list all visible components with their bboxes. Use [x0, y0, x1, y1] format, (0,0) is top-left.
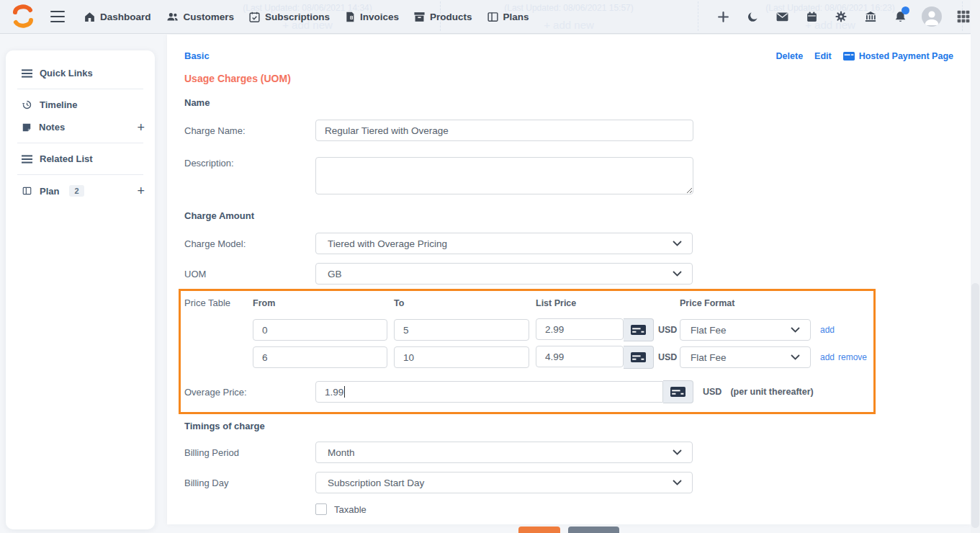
price-format-value: Flat Fee [691, 352, 727, 363]
chevron-down-icon [673, 241, 682, 246]
overage-price-value: 1.99 [325, 387, 343, 398]
nav-item-subscriptions[interactable]: Subscriptions [243, 6, 336, 27]
nav-label: Dashboard [100, 12, 151, 22]
sidebar-item-timeline[interactable]: Timeline [6, 94, 155, 116]
tab-basic[interactable]: Basic [184, 50, 210, 61]
payment-card-icon [843, 52, 855, 61]
scrollbar-thumb[interactable] [971, 283, 979, 528]
top-navigation-bar: (Last Updated: 08/06/2021 14:34) + add n… [0, 0, 980, 34]
description-textarea[interactable] [315, 157, 693, 194]
divider [17, 174, 143, 175]
nav-item-dashboard[interactable]: Dashboard [78, 6, 157, 27]
price-format-value: Flat Fee [691, 325, 727, 336]
currency-label: USD [703, 387, 721, 397]
tier-list-price-input[interactable] [536, 318, 624, 340]
bank-icon[interactable] [863, 9, 878, 24]
billing-period-value: Month [328, 447, 355, 458]
col-header-price-format: Price Format [680, 298, 734, 308]
hosted-payment-page-button[interactable]: Hosted Payment Page [843, 51, 953, 61]
nav-item-invoices[interactable]: Invoices [338, 6, 405, 27]
dark-mode-moon-icon[interactable] [745, 9, 760, 24]
taxable-label: Taxable [334, 504, 367, 515]
billing-period-label: Billing Period [184, 447, 315, 458]
history-icon [22, 99, 32, 110]
payment-card-icon [631, 325, 646, 335]
menu-toggle-icon[interactable] [50, 11, 65, 22]
add-new-icon[interactable] [715, 9, 731, 24]
tier-from-input[interactable] [253, 319, 387, 341]
price-card-button[interactable] [624, 318, 654, 341]
plan-count-badge: 2 [69, 185, 84, 197]
nav-label: Customers [184, 12, 235, 22]
app-logo-icon[interactable] [10, 4, 36, 29]
top-right-actions [715, 6, 971, 27]
billing-period-select[interactable]: Month [315, 442, 693, 463]
edit-button[interactable]: Edit [814, 51, 832, 61]
add-note-button[interactable]: + [137, 122, 145, 133]
nav-label: Plans [503, 12, 529, 22]
tier-to-input[interactable] [394, 346, 529, 368]
charge-name-input[interactable] [315, 120, 693, 141]
products-icon [413, 11, 426, 23]
sidebar-related-list-header[interactable]: Related List [6, 148, 155, 170]
sidebar-label: Related List [40, 153, 93, 164]
page-background: Quick Links Timeline Notes + Related Lis… [0, 35, 980, 533]
tier-from-input[interactable] [253, 346, 387, 368]
billing-day-select[interactable]: Subscription Start Day [315, 472, 693, 493]
nav-label: Invoices [360, 12, 399, 22]
home-icon [84, 11, 96, 23]
delete-button[interactable]: Delete [776, 51, 804, 61]
gear-icon[interactable] [833, 9, 849, 24]
section-timings-header: Timings of charge [184, 421, 953, 431]
nav-item-plans[interactable]: Plans [481, 6, 535, 27]
uom-label: UOM [184, 268, 315, 279]
apps-grid-icon[interactable] [956, 9, 971, 24]
users-icon [166, 11, 179, 23]
nav-item-products[interactable]: Products [408, 6, 478, 27]
sidebar-quick-links-header[interactable]: Quick Links [6, 62, 155, 84]
sidebar-item-notes[interactable]: Notes + [6, 116, 155, 138]
scrollbar-track[interactable] [971, 0, 980, 533]
text-cursor [344, 386, 345, 398]
nav-item-customers[interactable]: Customers [160, 6, 240, 27]
price-format-select[interactable]: Flat Fee [680, 346, 811, 368]
taxable-checkbox[interactable] [315, 503, 327, 515]
sidebar-label: Timeline [40, 99, 78, 110]
section-charge-amount-header: Charge Amount [184, 210, 953, 221]
add-tier-link[interactable]: add [820, 352, 835, 362]
chevron-down-icon [791, 354, 800, 360]
main-nav: Dashboard Customers Subscriptions Invoic… [78, 6, 535, 27]
col-header-from: From [253, 298, 394, 308]
price-tier-row: USD Flat Fee add remove [184, 346, 873, 369]
overage-price-label: Overage Price: [184, 387, 315, 398]
list-icon [22, 69, 32, 78]
page-title: Usage Charges (UOM) [184, 73, 953, 84]
save-button[interactable]: Save [518, 527, 560, 533]
remove-tier-link[interactable]: remove [838, 352, 867, 362]
overage-price-input[interactable]: 1.99 [315, 381, 663, 403]
tier-to-input[interactable] [394, 319, 529, 341]
quick-links-sidebar: Quick Links Timeline Notes + Related Lis… [6, 50, 155, 529]
charge-name-label: Charge Name: [184, 125, 315, 136]
notification-badge-dot [902, 6, 909, 14]
add-tier-link[interactable]: add [820, 325, 835, 335]
calendar-icon[interactable] [804, 9, 819, 24]
charge-detail-panel: Basic Delete Edit Hosted Payment Page Us… [167, 35, 971, 524]
chevron-down-icon [673, 480, 682, 485]
add-plan-button[interactable]: + [137, 186, 145, 196]
plans-icon [487, 11, 499, 23]
price-card-button[interactable] [663, 380, 693, 403]
overage-note: (per unit thereafter) [730, 387, 813, 397]
mail-icon[interactable] [774, 9, 790, 24]
notifications-bell-icon[interactable] [892, 9, 908, 24]
price-card-button[interactable] [624, 346, 654, 369]
user-avatar[interactable] [922, 6, 942, 27]
cancel-button[interactable]: Cancel [568, 527, 619, 533]
price-tier-row: USD Flat Fee add [184, 318, 873, 341]
uom-select[interactable]: GB [315, 263, 693, 285]
charge-model-select[interactable]: Tiered with Overage Pricing [315, 233, 693, 254]
sidebar-item-plan[interactable]: Plan 2 + [6, 179, 155, 202]
note-icon [22, 122, 32, 133]
price-format-select[interactable]: Flat Fee [680, 319, 811, 341]
tier-list-price-input[interactable] [536, 346, 624, 367]
